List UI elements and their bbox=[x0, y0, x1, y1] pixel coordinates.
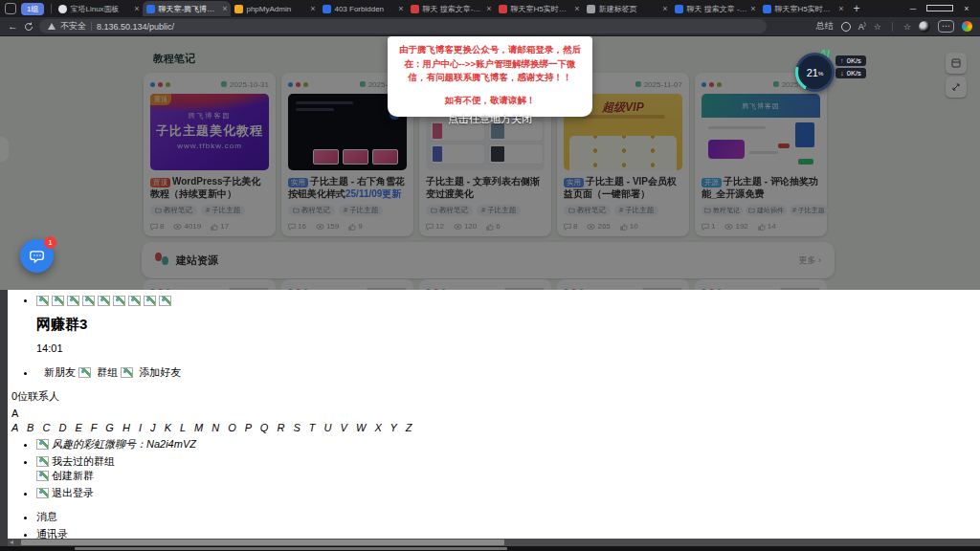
likes-count[interactable]: 9 bbox=[348, 222, 362, 231]
copilot-icon[interactable] bbox=[962, 21, 972, 32]
tab-close-icon[interactable]: × bbox=[574, 4, 579, 13]
minimize-button[interactable]: ─ bbox=[900, 0, 926, 17]
close-window-button[interactable]: × bbox=[953, 0, 980, 17]
section-resources-bar[interactable]: 建站资源 更多 › bbox=[142, 242, 835, 278]
frame-horizontal-scrollbar[interactable] bbox=[8, 539, 980, 546]
scrollbar-thumb[interactable] bbox=[75, 547, 507, 550]
page-horizontal-scrollbar[interactable] bbox=[0, 546, 980, 551]
chat-menu-list: 风趣的彩虹微聊号：Na2i4mVZ 我去过的群组 创建新群 退出登录 消息 通讯… bbox=[8, 437, 980, 539]
article-card[interactable]: 2025-11-04 腾飞博客园 开源子比主题 - 评论抽奖功能_全开源免费 教… bbox=[695, 73, 827, 236]
views-count: 120 bbox=[454, 222, 477, 231]
topic-tag[interactable]: # 子比主题 bbox=[339, 205, 383, 216]
profile-avatar[interactable] bbox=[919, 21, 930, 33]
decoration bbox=[749, 151, 778, 154]
divider bbox=[51, 4, 52, 13]
page-favicon bbox=[675, 5, 683, 13]
favorite-star-icon[interactable]: ☆ bbox=[874, 22, 881, 32]
page-favicon bbox=[763, 5, 771, 13]
tab-close-icon[interactable]: × bbox=[750, 4, 755, 13]
tab-baota-panel[interactable]: 宝塔Linux面板 × bbox=[55, 1, 143, 16]
menu-contacts[interactable]: 通讯录 bbox=[36, 527, 980, 539]
likes-count[interactable]: 14 bbox=[758, 222, 776, 231]
tab-close-icon[interactable]: × bbox=[398, 4, 403, 13]
likes-count[interactable]: 17 bbox=[211, 222, 229, 231]
notice-text: 如有不便，敬请谅解！ bbox=[397, 94, 583, 108]
card-title[interactable]: 实用子比主题 - VIP会员权益页面（一键部署） bbox=[564, 175, 682, 201]
card-title[interactable]: 子比主题 - 文章列表右侧渐变过渡美化 bbox=[426, 175, 545, 201]
category-tag[interactable]: 建站插件 bbox=[746, 205, 787, 216]
comments-count: 12 bbox=[426, 222, 444, 231]
tab-h5-group-chat-1[interactable]: 聊天室H5实时群聊 × bbox=[495, 1, 583, 16]
tab-phpmyadmin[interactable]: phpMyAdmin × bbox=[231, 1, 319, 16]
category-tag[interactable]: 教程笔记 bbox=[426, 205, 473, 216]
tab-close-icon[interactable]: × bbox=[662, 4, 667, 13]
add-friend-link[interactable]: 添加好友 bbox=[139, 366, 181, 378]
collections-icon[interactable]: ☆ bbox=[903, 22, 911, 32]
chat-float-button[interactable]: 1 bbox=[20, 239, 54, 273]
usage-gauge[interactable]: 21% bbox=[795, 53, 835, 92]
refresh-button[interactable] bbox=[24, 22, 33, 32]
broken-image-icon bbox=[78, 367, 91, 378]
broken-image-icon bbox=[82, 296, 95, 306]
new-tab-button[interactable]: + bbox=[853, 2, 859, 15]
tab-search-article-tengfei[interactable]: 聊天 搜索文章 - 腾飞 × bbox=[671, 1, 759, 16]
expand-button[interactable] bbox=[946, 77, 967, 98]
tab-close-icon[interactable]: × bbox=[838, 4, 843, 13]
decoration bbox=[708, 140, 745, 159]
more-link[interactable]: 更多 › bbox=[799, 254, 822, 267]
views-count: 192 bbox=[724, 222, 747, 231]
read-aloud-icon[interactable]: A) bbox=[858, 21, 866, 32]
extension-icon[interactable] bbox=[841, 22, 851, 32]
more-menu-button[interactable]: ⋯ bbox=[938, 20, 954, 33]
tab-close-icon[interactable]: × bbox=[222, 4, 227, 13]
create-group-item[interactable]: 创建新群 bbox=[36, 469, 980, 483]
new-friends-link[interactable]: 新朋友 bbox=[44, 366, 76, 378]
scrollbar-thumb[interactable] bbox=[21, 540, 504, 545]
category-tag[interactable]: 教程笔记 bbox=[702, 205, 743, 216]
scroll-left-arrow[interactable] bbox=[10, 540, 13, 544]
tab-close-icon[interactable]: × bbox=[310, 4, 315, 13]
card-thumbnail[interactable]: 腾飞博客园 bbox=[702, 94, 820, 170]
back-button[interactable]: ← bbox=[8, 21, 18, 32]
likes-count[interactable]: 10 bbox=[620, 222, 638, 231]
tab-close-icon[interactable]: × bbox=[486, 4, 491, 13]
topic-tag[interactable]: # 子比主题 bbox=[790, 205, 828, 216]
notice-dialog[interactable]: 由于腾飞博客更换公众号，请邮箱登录，然后在：用户中心-->>账户管理解绑换绑一下… bbox=[388, 36, 592, 117]
tab-group-badge[interactable]: 1组 bbox=[21, 3, 44, 15]
float-tool-button[interactable] bbox=[946, 53, 967, 74]
card-thumbnail[interactable]: 置顶 腾飞博客园 子比主题美化教程 www.tfbkw.com bbox=[150, 94, 269, 170]
side-panel-handle[interactable] bbox=[0, 137, 9, 162]
page-favicon bbox=[499, 5, 507, 13]
category-tag[interactable]: 教程笔记 bbox=[564, 205, 611, 216]
likes-count[interactable]: 6 bbox=[486, 222, 500, 231]
card-title[interactable]: 置顶WordPress子比美化教程（持续更新中）25/10/31更新 bbox=[150, 175, 269, 201]
notice-text: 由于腾飞博客更换公众号，请邮箱登录，然后在：用户中心-->>账户管理解绑换绑一下… bbox=[397, 43, 583, 85]
menu-messages[interactable]: 消息 bbox=[36, 510, 980, 524]
tab-h5-group-chat-2[interactable]: 聊天室H5实时群聊天 × bbox=[759, 1, 847, 16]
practical-badge: 实用 bbox=[564, 178, 584, 187]
topic-tag[interactable]: # 子比主题 bbox=[614, 205, 658, 216]
maximize-button[interactable] bbox=[926, 0, 953, 17]
summarize-button[interactable]: 总结 bbox=[816, 20, 834, 33]
tab-close-icon[interactable]: × bbox=[134, 4, 139, 13]
topic-tag[interactable]: # 子比主题 bbox=[477, 205, 521, 216]
alphabet-index[interactable]: A B C D E F G H I J K L M N O P Q R S T … bbox=[11, 422, 980, 433]
address-bar[interactable]: 不安全 8.136.50.134/public/ bbox=[39, 19, 767, 33]
article-card[interactable]: 2025-10-31 置顶 腾飞博客园 子比主题美化教程 www.tfbkw.c… bbox=[144, 73, 276, 236]
logout-item[interactable]: 退出登录 bbox=[36, 486, 980, 500]
tab-chatroom-demo[interactable]: 聊天室-腾飞博客演示 × bbox=[143, 1, 231, 16]
card-title[interactable]: 开源子比主题 - 评论抽奖功能_全开源免费 bbox=[702, 175, 820, 201]
tab-search-article-oe[interactable]: 聊天 搜索文章-OE逆 × bbox=[407, 1, 495, 16]
tab-403-forbidden[interactable]: 403 Forbidden × bbox=[319, 1, 407, 16]
decoration bbox=[581, 115, 665, 119]
decoration bbox=[313, 149, 339, 165]
groups-link[interactable]: 群组 bbox=[97, 366, 118, 378]
tab-new-tab-page[interactable]: 新建标签页 × bbox=[583, 1, 671, 16]
topic-tag[interactable]: # 子比主题 bbox=[201, 205, 245, 216]
unread-badge: 1 bbox=[44, 236, 56, 249]
card-title[interactable]: 实用子比主题 - 右下角雪花按钮美化样式25/11/09更新 bbox=[288, 175, 407, 201]
my-groups-item[interactable]: 我去过的群组 创建新群 bbox=[36, 454, 980, 483]
group-name[interactable]: 网赚群3 bbox=[36, 316, 980, 334]
category-tag[interactable]: 教程笔记 bbox=[150, 205, 197, 216]
category-tag[interactable]: 教程笔记 bbox=[288, 205, 335, 216]
